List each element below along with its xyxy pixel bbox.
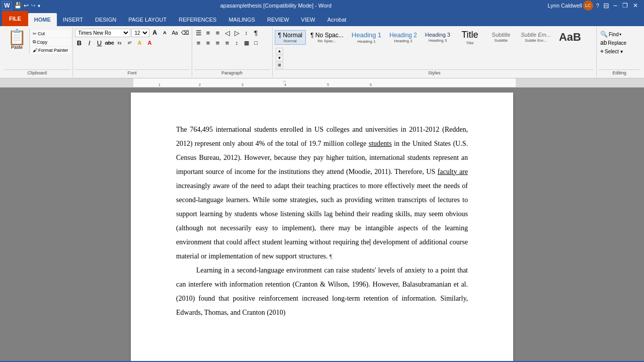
align-left-button[interactable]: ≡ bbox=[194, 38, 203, 47]
format-painter-button[interactable]: 🖌 Format Painter bbox=[31, 47, 70, 54]
tab-acrobat[interactable]: Acrobat bbox=[321, 13, 352, 26]
underline-span-students: students bbox=[369, 140, 392, 147]
pilcrow-1: ¶ bbox=[330, 253, 332, 260]
replace-button[interactable]: ab Replace bbox=[599, 39, 628, 47]
text-highlight-button[interactable]: A bbox=[135, 38, 144, 47]
style-heading1[interactable]: Heading 1 Heading 1 bbox=[348, 30, 385, 45]
tab-mailings[interactable]: MAILINGS bbox=[222, 13, 261, 26]
tab-insert[interactable]: INSERT bbox=[57, 13, 89, 26]
show-formatting-button[interactable]: ¶ bbox=[252, 28, 261, 37]
editing-label: Editing bbox=[599, 69, 640, 76]
copy-icon: ⧉ bbox=[33, 39, 36, 45]
ruler-white-area: 1 2 3 4 5 6 ⌐ bbox=[133, 78, 516, 87]
editing-group: 🔍 Find ▾ ab Replace ⌖ Select ▾ Editing bbox=[597, 27, 642, 77]
tab-review[interactable]: REVIEW bbox=[261, 13, 295, 26]
quick-access-undo[interactable]: ↩ bbox=[24, 2, 29, 9]
cursor bbox=[370, 239, 370, 246]
styles-label: Styles bbox=[275, 69, 594, 76]
ruler-margin-right bbox=[516, 78, 644, 87]
restore-button[interactable]: ❐ bbox=[620, 2, 630, 9]
ruler-margin-left bbox=[0, 78, 133, 87]
underline-span-faculty: faculty are bbox=[438, 168, 468, 175]
italic-button[interactable]: I bbox=[85, 38, 94, 47]
font-family-select[interactable]: Times New Ro bbox=[75, 29, 130, 37]
justify-button[interactable]: ≡ bbox=[223, 38, 232, 47]
subscript-button[interactable]: x₂ bbox=[115, 38, 124, 47]
font-group: Times New Ro 12 A A Aa ⌫ B I U abc x₂ bbox=[73, 27, 192, 77]
style-normal[interactable]: ¶ Normal Normal bbox=[275, 30, 306, 45]
clear-formatting-button[interactable]: ⌫ bbox=[181, 28, 190, 37]
find-icon: 🔍 bbox=[600, 31, 608, 38]
strikethrough-button[interactable]: abc bbox=[105, 38, 114, 47]
ribbon-toggle[interactable]: ⊟ bbox=[602, 2, 610, 10]
paragraph-group: ☰ ≡ ≡ ◁ ▷ ↕ ¶ ≡ ≡ ≡ ≡ ↕ ▦ □ bbox=[192, 27, 273, 77]
style-no-spacing[interactable]: ¶ No Spac... No Spac... bbox=[307, 30, 347, 45]
style-title[interactable]: Title Title bbox=[455, 28, 485, 47]
ruler: 1 2 3 4 5 6 ⌐ bbox=[0, 78, 644, 87]
word-icon: W bbox=[2, 1, 12, 10]
tab-references[interactable]: REFERENCES bbox=[173, 13, 222, 26]
align-center-button[interactable]: ≡ bbox=[204, 38, 213, 47]
paragraph-1: The 764,495 international students enrol… bbox=[176, 123, 468, 263]
user-avatar: LC bbox=[583, 1, 593, 11]
styles-group: ¶ Normal Normal ¶ No Spac... No Spac... … bbox=[273, 27, 597, 77]
sort-button[interactable]: ↕ bbox=[242, 28, 251, 37]
cut-button[interactable]: ✂ Cut bbox=[31, 30, 70, 37]
window-title: apasamplethesis [Compatibility Mode] - W… bbox=[4, 3, 548, 9]
style-heading3[interactable]: Heading 3 Heading 3 bbox=[422, 30, 454, 44]
font-color-button[interactable]: A bbox=[145, 38, 154, 47]
minimize-button[interactable]: − bbox=[611, 2, 619, 10]
document-page: The 764,495 international students enrol… bbox=[131, 93, 513, 361]
select-button[interactable]: ⌖ Select ▾ bbox=[599, 47, 624, 55]
borders-button[interactable]: □ bbox=[252, 38, 261, 47]
increase-indent-button[interactable]: ▷ bbox=[232, 28, 242, 37]
find-button[interactable]: 🔍 Find ▾ bbox=[599, 30, 623, 38]
style-subtitle[interactable]: Subtitle Subtitle bbox=[486, 30, 516, 44]
decrease-font-button[interactable]: A bbox=[160, 28, 170, 37]
paragraph-2: Learning in a second-language environmen… bbox=[176, 263, 468, 320]
bold-button[interactable]: B bbox=[75, 38, 84, 47]
quick-access-save[interactable]: 💾 bbox=[14, 2, 22, 9]
align-right-button[interactable]: ≡ bbox=[213, 38, 222, 47]
quick-access-more[interactable]: ▾ bbox=[38, 3, 40, 9]
clipboard-label: Clipboard bbox=[4, 69, 70, 76]
paste-button[interactable]: 📋 Paste bbox=[4, 28, 30, 54]
format-painter-icon: 🖌 bbox=[33, 48, 37, 53]
ribbon-tab-bar: FILE HOME INSERT DESIGN PAGE LAYOUT REFE… bbox=[0, 11, 644, 26]
close-button[interactable]: ✕ bbox=[631, 2, 640, 9]
select-icon: ⌖ bbox=[600, 48, 604, 55]
tab-file[interactable]: FILE bbox=[2, 11, 28, 26]
clipboard-group: 📋 Paste ✂ Cut ⧉ Copy 🖌 Format Painter bbox=[2, 27, 73, 77]
tab-home[interactable]: HOME bbox=[28, 13, 57, 26]
tab-view[interactable]: VIEW bbox=[295, 13, 321, 26]
font-label: Font bbox=[75, 69, 190, 76]
decrease-indent-button[interactable]: ◁ bbox=[223, 28, 232, 37]
quick-access-redo[interactable]: ↪ bbox=[31, 2, 36, 9]
tab-design[interactable]: DESIGN bbox=[89, 13, 122, 26]
style-aab[interactable]: AaB bbox=[555, 29, 585, 45]
multilevel-button[interactable]: ≡ bbox=[213, 28, 222, 37]
help-button[interactable]: ? bbox=[594, 3, 601, 9]
style-heading2[interactable]: Heading 2 Heading 2 bbox=[386, 30, 421, 45]
title-bar: W 💾 ↩ ↪ ▾ apasamplethesis [Compatibility… bbox=[0, 0, 644, 11]
styles-scroll-up[interactable]: ▲ ▼ ⊞ bbox=[276, 48, 284, 68]
numbering-button[interactable]: ≡ bbox=[204, 28, 213, 37]
font-size-select[interactable]: 12 bbox=[131, 29, 149, 37]
replace-icon: ab bbox=[600, 39, 607, 46]
cut-icon: ✂ bbox=[33, 31, 37, 36]
tab-pagelayout[interactable]: PAGE LAYOUT bbox=[122, 13, 173, 26]
bullets-button[interactable]: ☰ bbox=[194, 28, 203, 37]
shading-button[interactable]: ▦ bbox=[242, 38, 251, 47]
increase-font-button[interactable]: A bbox=[150, 28, 159, 37]
ribbon-content: 📋 Paste ✂ Cut ⧉ Copy 🖌 Format Painter bbox=[0, 26, 644, 78]
document-area[interactable]: The 764,495 international students enrol… bbox=[0, 87, 644, 361]
user-name[interactable]: Lynn Caldwell bbox=[548, 3, 582, 9]
paragraph-label: Paragraph bbox=[194, 69, 270, 76]
copy-button[interactable]: ⧉ Copy bbox=[31, 38, 70, 46]
underline-button[interactable]: U bbox=[95, 38, 104, 47]
change-case-button[interactable]: Aa bbox=[171, 28, 180, 37]
style-subtle-emphasis[interactable]: Subtle Em... Subtle Em... bbox=[517, 30, 554, 44]
line-spacing-button[interactable]: ↕ bbox=[232, 38, 242, 47]
superscript-button[interactable]: x² bbox=[125, 38, 134, 47]
